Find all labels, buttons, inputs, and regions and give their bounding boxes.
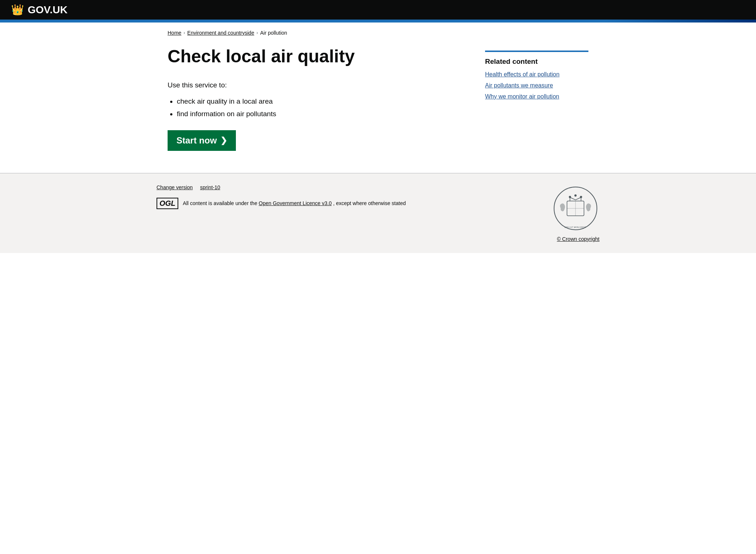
footer-licence-text: All content is available under the Open … (183, 200, 406, 206)
licence-text-before: All content is available under the (183, 200, 257, 206)
svg-point-4 (580, 196, 582, 198)
ogl-logo: OGL (157, 198, 178, 209)
list-item: Why we monitor air pollution (485, 93, 588, 100)
breadcrumb: Home › Environment and countryside › Air… (168, 30, 588, 36)
breadcrumb-current: Air pollution (260, 30, 287, 36)
change-version-link[interactable]: Change version (157, 184, 193, 190)
breadcrumb-home[interactable]: Home (168, 30, 181, 36)
list-item: Health effects of air pollution (485, 71, 588, 78)
site-footer: Change version sprint-10 OGL All content… (0, 173, 756, 253)
svg-point-2 (569, 196, 571, 198)
licence-text-after: , except where otherwise stated (333, 200, 406, 206)
list-item: check air quality in a local area (177, 97, 463, 107)
footer-inner: Change version sprint-10 OGL All content… (157, 184, 599, 242)
svg-text:DIEU ET MON DROIT: DIEU ET MON DROIT (564, 226, 587, 228)
site-header: 👑 GOV.UK (0, 0, 756, 20)
open-government-licence-link[interactable]: Open Government Licence v3.0 (259, 200, 332, 206)
related-content-title: Related content (485, 58, 588, 66)
related-link-health[interactable]: Health effects of air pollution (485, 71, 560, 77)
page-title: Check local air quality (168, 47, 463, 66)
crown-copyright-link[interactable]: © Crown copyright (557, 236, 599, 242)
start-button-label: Start now (176, 135, 217, 146)
breadcrumb-separator-1: › (183, 30, 185, 35)
gov-uk-logo-link[interactable]: 👑 GOV.UK (11, 4, 68, 16)
blue-accent-bar (0, 20, 756, 22)
list-item: Air pollutants we measure (485, 82, 588, 89)
related-link-monitor[interactable]: Why we monitor air pollution (485, 93, 559, 100)
gov-uk-logo-text: GOV.UK (28, 4, 68, 16)
related-link-pollutants[interactable]: Air pollutants we measure (485, 82, 553, 89)
svg-point-3 (574, 194, 577, 197)
sidebar: Related content Health effects of air po… (485, 47, 588, 104)
intro-text: Use this service to: (168, 81, 463, 89)
related-content-section: Related content Health effects of air po… (485, 51, 588, 100)
breadcrumb-environment[interactable]: Environment and countryside (187, 30, 254, 36)
related-content-links: Health effects of air pollution Air poll… (485, 71, 588, 100)
footer-right: DIEU ET MON DROIT © Crown copyright (551, 184, 599, 242)
breadcrumb-separator-2: › (257, 30, 258, 35)
crown-icon: 👑 (11, 4, 24, 16)
content-main: Check local air quality Use this service… (168, 47, 463, 151)
footer-links: Change version sprint-10 (157, 184, 551, 190)
crown-emblem-svg: DIEU ET MON DROIT (551, 184, 599, 232)
sprint-link[interactable]: sprint-10 (200, 184, 220, 190)
list-item: find information on air pollutants (177, 109, 463, 119)
start-now-button[interactable]: Start now ❯ (168, 130, 236, 151)
footer-left: Change version sprint-10 OGL All content… (157, 184, 551, 209)
content-layout: Check local air quality Use this service… (168, 47, 588, 151)
start-button-arrow-icon: ❯ (220, 136, 227, 145)
feature-list: check air quality in a local area find i… (168, 97, 463, 119)
main-wrapper: Home › Environment and countryside › Air… (157, 22, 599, 173)
footer-licence: OGL All content is available under the O… (157, 198, 551, 209)
